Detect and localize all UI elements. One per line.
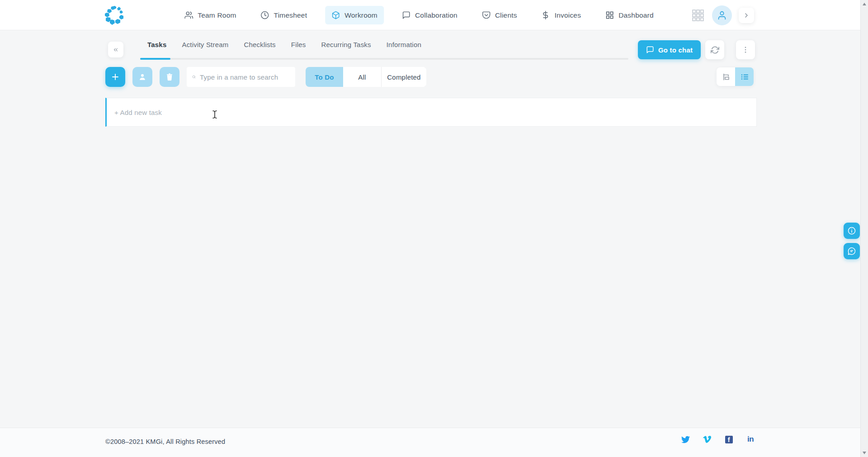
list-view-icon [740,72,749,81]
main-nav: Team Room Timesheet Workroom Collabo [178,0,660,30]
delete-task-button[interactable] [160,67,179,87]
app-header: Team Room Timesheet Workroom Collabo [0,0,860,30]
chat-bubble-icon [402,11,410,19]
facebook-icon: f [725,436,733,443]
twitter-icon [681,435,690,444]
dollar-icon [542,11,550,19]
trash-icon [165,73,174,81]
linkedin-icon: in [747,435,754,444]
feedback-floating-button[interactable] [844,243,860,259]
clock-icon [261,11,269,19]
filter-todo[interactable]: To Do [306,67,343,87]
cube-icon [331,11,340,19]
scroll-down-arrow[interactable] [863,452,866,454]
go-to-chat-button[interactable]: Go to chat [638,40,701,59]
collapse-sidebar-button[interactable] [108,42,123,57]
linkedin-link[interactable]: in [745,434,755,444]
header-right-cluster [691,0,754,30]
info-floating-button[interactable] [844,223,860,239]
nav-label: Dashboard [618,11,654,19]
nav-label: Invoices [555,11,581,19]
users-icon [184,11,193,19]
nav-item-team-room[interactable]: Team Room [178,6,242,24]
person-icon [138,72,147,81]
logo-icon [104,5,125,25]
more-options-button[interactable] [736,40,755,59]
active-tab-indicator [140,58,170,60]
nav-label: Workroom [344,11,377,19]
filter-all[interactable]: All [343,67,381,87]
search-input[interactable] [200,73,290,81]
workroom-tab-bar: Tasks Activity Stream Checklists Files R… [147,41,421,48]
copyright-text: ©2008–2021 KMGi, All Rights Reserved [105,438,225,445]
filter-completed[interactable]: Completed [381,67,426,87]
page-scrollbar[interactable] [860,0,868,457]
nav-label: Timesheet [274,11,307,19]
user-icon [717,10,727,20]
tab-files[interactable]: Files [291,41,306,48]
tab-checklists[interactable]: Checklists [244,41,275,48]
go-to-chat-label: Go to chat [658,46,693,54]
vimeo-link[interactable] [702,434,712,444]
task-search [187,67,295,87]
add-task-button[interactable] [105,67,125,87]
grid-2x2-icon [605,11,614,19]
add-task-input[interactable] [114,109,724,116]
vimeo-icon [703,435,711,443]
twitter-link[interactable] [680,434,690,444]
list-view-button[interactable] [735,67,754,86]
task-filter-segment: To Do All Completed [306,67,426,87]
pocket-icon [482,11,491,19]
assignee-filter-button[interactable] [132,67,152,87]
nav-item-dashboard[interactable]: Dashboard [599,6,660,24]
tab-recurring-tasks[interactable]: Recurring Tasks [321,41,371,48]
refresh-icon [711,46,719,54]
nav-label: Collaboration [415,11,458,19]
tree-view-icon [722,72,731,81]
kebab-menu-icon [741,46,750,54]
workroom-page: Team Room Timesheet Workroom Collabo [0,0,868,457]
tree-view-button[interactable] [717,67,735,86]
add-new-task-row[interactable] [105,98,757,127]
apps-grid-icon [691,9,705,22]
search-icon [192,73,196,81]
facebook-link[interactable]: f [724,434,734,444]
nav-item-invoices[interactable]: Invoices [535,6,587,24]
feedback-chat-icon [847,247,856,256]
chat-bubble-icon [646,46,654,54]
nav-item-timesheet[interactable]: Timesheet [255,6,314,24]
plus-icon [111,73,119,81]
tab-information[interactable]: Information [387,41,421,48]
tab-underline-track [140,58,628,60]
user-avatar[interactable] [712,5,732,25]
nav-item-clients[interactable]: Clients [476,6,524,24]
header-expand-button[interactable] [739,8,754,23]
info-icon [847,226,856,235]
chevron-right-icon [743,12,750,19]
nav-item-collaboration[interactable]: Collaboration [396,6,464,24]
tab-tasks[interactable]: Tasks [147,41,166,48]
view-mode-toggle [717,67,754,86]
scroll-up-arrow[interactable] [863,3,866,5]
refresh-button[interactable] [705,40,724,59]
nav-label: Team Room [198,11,236,19]
social-links: f in [680,434,755,444]
double-chevron-left-icon [112,47,119,53]
tab-activity-stream[interactable]: Activity Stream [182,41,228,48]
app-footer: ©2008–2021 KMGi, All Rights Reserved f i… [0,428,860,457]
nav-item-workroom[interactable]: Workroom [325,6,384,24]
app-logo[interactable] [104,5,125,25]
apps-menu-button[interactable] [691,8,705,23]
nav-label: Clients [495,11,517,19]
